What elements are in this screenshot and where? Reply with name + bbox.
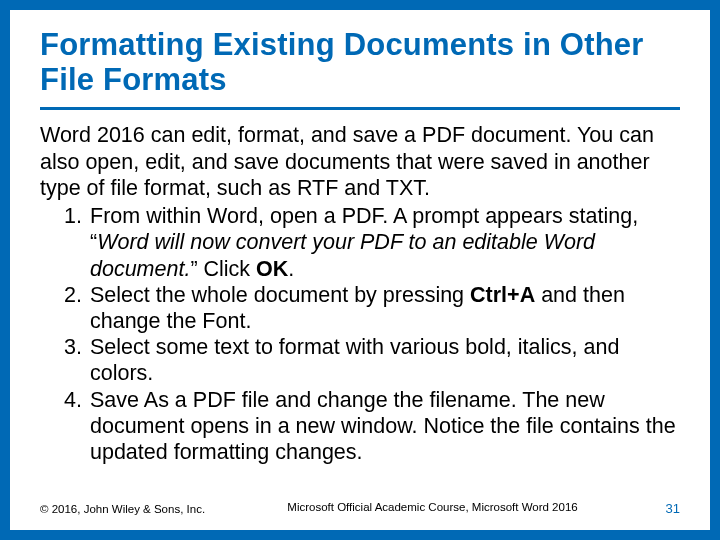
- step-1: From within Word, open a PDF. A prompt a…: [40, 203, 680, 282]
- step-3: Select some text to format with various …: [40, 334, 680, 386]
- footer-copyright: © 2016, John Wiley & Sons, Inc.: [40, 503, 205, 515]
- title-rule: [40, 107, 680, 110]
- step-1-italic: Word will now convert your PDF to an edi…: [90, 230, 595, 280]
- step-2-bold: Ctrl+A: [470, 283, 535, 307]
- step-1-text-mid: ” Click: [190, 257, 256, 281]
- steps-list: From within Word, open a PDF. A prompt a…: [40, 203, 680, 465]
- step-2: Select the whole document by pressing Ct…: [40, 282, 680, 334]
- footer-course-wrap: Microsoft Official Academic Course, Micr…: [185, 501, 680, 513]
- slide-footer: © 2016, John Wiley & Sons, Inc. Microsof…: [40, 501, 680, 516]
- step-2-text-pre: Select the whole document by pressing: [90, 283, 470, 307]
- intro-paragraph: Word 2016 can edit, format, and save a P…: [40, 122, 680, 201]
- slide: Formatting Existing Documents in Other F…: [0, 0, 720, 540]
- footer-course: Microsoft Official Academic Course, Micr…: [287, 501, 577, 513]
- step-1-text-post: .: [288, 257, 294, 281]
- step-4: Save As a PDF file and change the filena…: [40, 387, 680, 466]
- step-1-bold: OK: [256, 257, 288, 281]
- slide-title: Formatting Existing Documents in Other F…: [40, 28, 680, 97]
- slide-body: Word 2016 can edit, format, and save a P…: [40, 122, 680, 465]
